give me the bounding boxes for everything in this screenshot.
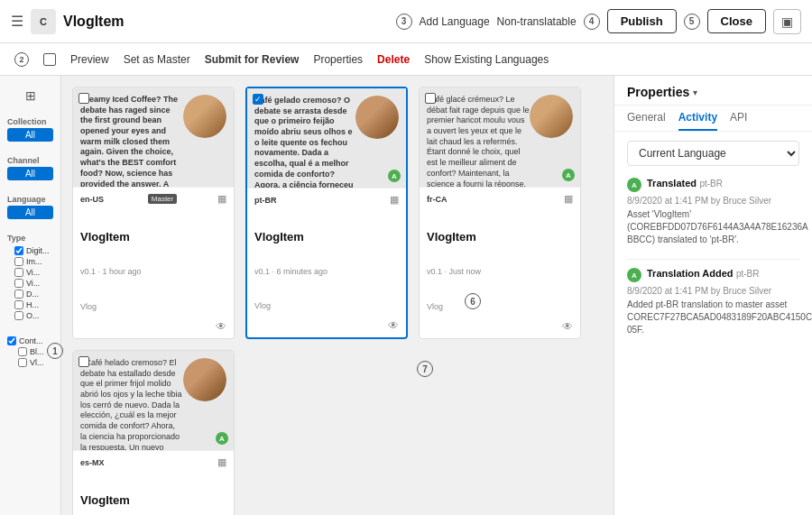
card-actions-pt-br: 👁 [247,316,406,337]
activity-item-2: A Translation Added pt-BR 8/9/2020 at 1:… [627,267,799,336]
activity-badge-2: A [627,268,641,282]
top-bar-left: ☰ C VlogItem [11,9,389,34]
card-placeholder-fr-ca: Café glacé crémeux? Le débat fait rage d… [420,87,580,187]
channel-filter: Channel All [0,152,60,186]
tab-api[interactable]: API [730,106,747,131]
eye-icon-fr-ca[interactable]: 👁 [562,320,573,333]
type-other-item[interactable]: O... [14,311,46,320]
delete-button[interactable]: Delete [377,53,410,66]
submit-for-review-button[interactable]: Submit for Review [205,53,300,66]
card-title-pt-br: VlogItem [254,230,399,244]
activity-badge-1: A [627,178,641,192]
card-image-fr-ca: Café glacé crémeux? Le débat fait rage d… [420,87,580,187]
card-fr-ca[interactable]: Café glacé crémeux? Le débat fait rage d… [419,87,581,339]
activity-item-1: A Translated pt-BR 8/9/2020 at 1:41 PM b… [627,177,799,246]
type-video2-item[interactable]: Vi... [14,279,46,288]
subtoolbar-callout: 2 [14,52,29,67]
card-lang-pt-br: pt-BR ▦ [254,194,399,206]
non-translatable-button[interactable]: Non-translatable [497,15,577,28]
properties-button[interactable]: Properties [313,53,363,66]
activity-date-2: 8/9/2020 at 1:41 PM by Bruce Silver [627,286,799,296]
add-language-button[interactable]: Add Language [420,15,490,28]
card-image-pt-br: Café gelado cremoso? O debate se arrasta… [247,88,406,188]
card-checkbox-en-us[interactable] [78,93,89,104]
select-checkbox-icon [43,53,56,66]
set-as-master-button[interactable]: Set as Master [124,53,190,66]
collection-all-button[interactable]: All [7,128,53,142]
card-meta-pt-br: v0.1 · 6 minutes ago [254,267,399,276]
publish-button[interactable]: Publish [607,9,677,33]
hamburger-icon[interactable]: ☰ [11,13,23,30]
panel-toggle-button[interactable]: ▣ [773,9,801,34]
activity-date-1: 8/9/2020 at 1:41 PM by Bruce Silver [627,196,799,206]
activity-lang-2: pt-BR [736,269,760,279]
tab-activity[interactable]: Activity [678,106,717,131]
content-callout-7: 7 [417,361,433,377]
top-bar: ☰ C VlogItem 3 Add Language Non-translat… [0,0,812,43]
language-filter: Language All [0,191,60,225]
type-html-item[interactable]: H... [14,300,46,309]
card-checkbox-pt-br[interactable]: ✓ [253,94,263,105]
type-filter: Type Digit... Im... Vi... Vi... D... H..… [0,230,60,327]
card-checkbox-fr-ca[interactable] [425,93,436,104]
card-title-es-mx: VlogItem [80,493,226,507]
type-video1-item[interactable]: Vi... [14,268,46,277]
activity-header-2: A Translation Added pt-BR [627,267,799,282]
preview-button[interactable]: Preview [70,53,109,66]
card-footer-fr-ca: fr-CA ▦ VlogItem v0.1 · Just now Vlog [420,187,580,317]
page-title: VlogItem [63,14,125,30]
card-checkbox-es-mx[interactable] [78,356,89,367]
sidebar-callout-1: 1 [47,343,63,359]
card-image-en-us: Creamy Iced Coffee? The debate has raged… [73,87,234,187]
card-text-pt-br: Café gelado cremoso? O debate se arrasta… [254,96,355,188]
language-all-button[interactable]: All [7,206,53,219]
right-panel-tabs: General Activity API [614,106,812,132]
card-placeholder-pt-br: Café gelado cremoso? O debate se arrasta… [247,88,406,188]
card-lang-en-us: en-US Master ▦ [80,193,226,205]
card-meta-fr-ca: v0.1 · Just now [427,267,573,276]
chevron-down-icon[interactable]: ▾ [693,87,697,97]
close-button[interactable]: Close [707,9,766,33]
card-text-es-mx: ¿Café helado cremoso? El debate ha estal… [80,358,183,450]
activity-desc-2: Added pt-BR translation to master asset … [627,299,799,336]
show-existing-languages-button[interactable]: Show Existing Languages [424,53,549,66]
activity-desc-1: Asset 'VlogItem' (COREBFDD07D76F6144A3A4… [627,208,799,246]
avatar-en-us [183,95,226,138]
card-es-mx[interactable]: ¿Café helado cremoso? El debate ha estal… [72,350,235,515]
card-meta-en-us: v0.1 · 1 hour ago [80,267,226,276]
channel-all-button[interactable]: All [7,167,53,180]
sub-toolbar: 2 Preview Set as Master Submit for Revie… [0,43,812,76]
content-type-main[interactable]: Cont... [7,336,53,345]
sidebar-filter-icon[interactable]: ⊞ [18,83,43,108]
card-title-en-us: VlogItem [80,230,226,244]
right-panel-title: Properties [627,85,689,99]
card-badge-fr-ca: A [562,169,575,181]
card-badge-es-mx: A [216,432,228,445]
type-digital-item[interactable]: Digit... [14,246,46,255]
card-text-en-us: Creamy Iced Coffee? The debate has raged… [80,95,183,187]
activity-title-2: Translation Added [647,268,734,279]
activity-lang-1: pt-BR [699,179,723,189]
type-doc-item[interactable]: D... [14,290,46,299]
left-sidebar: ⊞ Collection All Channel All Language Al… [0,76,61,515]
type-checkboxes: Digit... Im... Vi... Vi... D... H... O..… [7,244,53,324]
card-actions-en-us: 👁 [73,317,234,338]
card-en-us[interactable]: Creamy Iced Coffee? The debate has raged… [72,87,235,339]
card-lang-es-mx: es-MX ▦ [80,456,226,468]
card-footer-es-mx: es-MX ▦ VlogItem v0.1 · Just now Vlog [73,450,234,515]
current-language-dropdown[interactable]: Current Language [627,141,799,166]
card-type-fr-ca: Vlog [427,302,573,311]
collection-filter: Collection All [0,114,60,147]
card-footer-pt-br: pt-BR ▦ VlogItem v0.1 · 6 minutes ago Vl… [247,188,406,316]
add-language-callout: 3 [396,14,412,30]
card-pt-br[interactable]: Café gelado cremoso? O debate se arrasta… [245,87,408,339]
card-placeholder-en-us: Creamy Iced Coffee? The debate has raged… [73,87,234,187]
content-callout-6: 6 [465,293,481,309]
collection-label: Collection [7,117,53,126]
eye-icon-pt-br[interactable]: 👁 [388,319,399,332]
type-image-item[interactable]: Im... [14,257,46,266]
content-vlog-item[interactable]: Vl... [18,358,53,367]
eye-icon-en-us[interactable]: 👁 [216,320,226,333]
tab-general[interactable]: General [627,106,666,131]
card-type-en-us: Vlog [80,302,226,311]
